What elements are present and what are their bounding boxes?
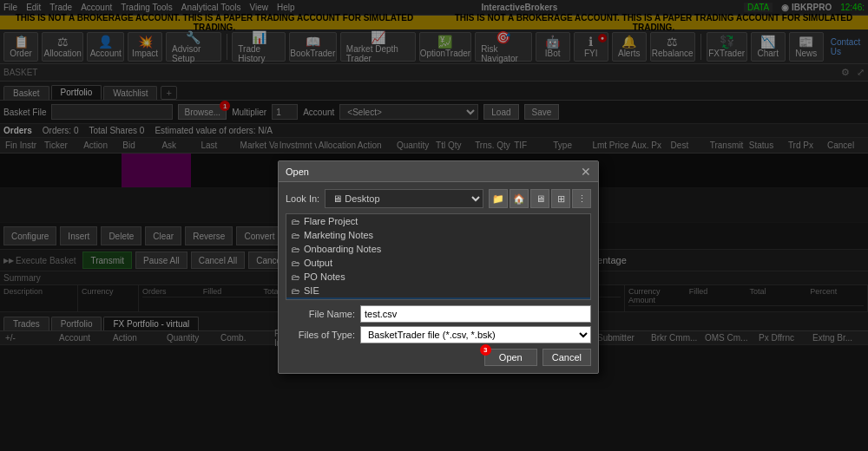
look-in-label: Look In: [286,193,319,204]
look-in-icons: 📁 🏠 🖥 ⊞ ⋮ [489,189,591,208]
file-item-output[interactable]: 🗁 Output [286,256,590,270]
filetype-label: Files of Type: [286,330,355,340]
folder-icon: 🗁 [292,217,300,226]
new-folder-icon-btn[interactable]: 📁 [489,189,508,208]
filename-label: File Name: [286,309,355,319]
file-name-po-notes: PO Notes [304,271,345,282]
filetype-select[interactable]: BasketTrader file (*.csv, *.bsk) [360,326,591,343]
filetype-row: Files of Type: BasketTrader file (*.csv,… [286,326,591,343]
file-item-flare[interactable]: 🗁 Flare Project [286,214,590,228]
dialog-overlay: Open ✕ Look In: 🖥 Desktop 📁 🏠 🖥 ⊞ ⋮ [0,0,868,451]
dialog-cancel-button[interactable]: Cancel [542,349,591,366]
look-in-row: Look In: 🖥 Desktop 📁 🏠 🖥 ⊞ ⋮ [286,189,591,208]
file-name-marketing: Marketing Notes [304,230,373,240]
file-item-testcsv[interactable]: 📄 test.csv [286,297,590,300]
file-name-flare: Flare Project [304,216,358,226]
dialog-body: Look In: 🖥 Desktop 📁 🏠 🖥 ⊞ ⋮ 🗁 Flare Pro… [279,182,598,373]
dialog-open-button[interactable]: Open [484,349,537,366]
home-icon-btn[interactable]: 🏠 [510,189,529,208]
look-in-select[interactable]: 🖥 Desktop [325,189,483,208]
file-name-testcsv: test.csv [306,299,338,300]
file-item-sie[interactable]: 🗁 SIE [286,284,590,297]
file-name-sie: SIE [304,285,319,296]
folder-icon-3: 🗁 [292,245,300,254]
folder-icon-5: 🗁 [292,272,300,282]
file-item-onboarding[interactable]: 🗁 Onboarding Notes [286,242,590,256]
dialog-title: Open [286,167,309,177]
file-name-output: Output [304,258,332,268]
menu-icon-btn[interactable]: ⋮ [572,189,591,208]
dialog-close-button[interactable]: ✕ [581,166,591,178]
file-list[interactable]: 🗁 Flare Project 🗁 Marketing Notes 🗁 Onbo… [286,213,591,300]
folder-icon-6: 🗁 [292,286,300,296]
folder-icon-4: 🗁 [292,258,300,268]
grid-icon-btn[interactable]: ⊞ [551,189,570,208]
desktop-icon-btn[interactable]: 🖥 [530,189,549,208]
file-item-marketing[interactable]: 🗁 Marketing Notes [286,228,590,242]
file-name-onboarding: Onboarding Notes [304,244,381,254]
folder-icon-2: 🗁 [292,231,300,240]
open-file-dialog: Open ✕ Look In: 🖥 Desktop 📁 🏠 🖥 ⊞ ⋮ [278,160,599,374]
filename-input[interactable] [360,305,591,323]
dialog-title-bar: Open ✕ [279,161,598,182]
file-icon-csv: 📄 [292,300,302,301]
dialog-buttons: Open 3 Cancel [286,349,591,366]
file-item-po-notes[interactable]: 🗁 PO Notes [286,270,590,284]
filename-row: File Name: [286,305,591,323]
